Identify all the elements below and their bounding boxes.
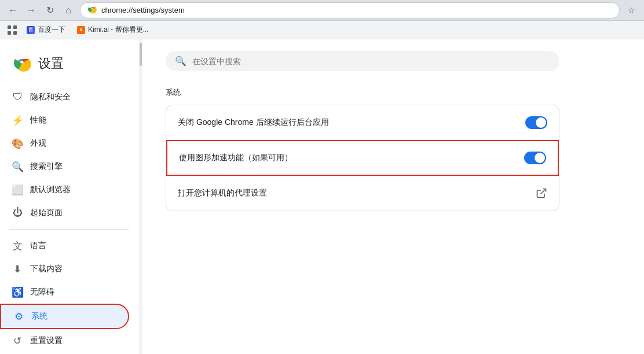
- svg-rect-5: [13, 31, 17, 35]
- sidebar-item-downloads[interactable]: ⬇ 下载内容: [0, 257, 129, 281]
- sidebar-item-accessibility[interactable]: ♿ 无障碍: [0, 281, 129, 304]
- sidebar-title: 设置: [38, 55, 64, 72]
- search-bar[interactable]: 🔍: [166, 51, 559, 71]
- home-button[interactable]: ⌂: [60, 2, 76, 19]
- sidebar-label-search: 搜索引擎: [30, 161, 63, 172]
- sidebar-item-startup[interactable]: ⏻ 起始页面: [0, 201, 129, 224]
- sidebar-divider: [9, 229, 129, 230]
- background-apps-toggle[interactable]: [525, 116, 547, 129]
- settings-content: 🔍 系统 关闭 Google Chrome 后继续运行后台应用 使用图形加速功能…: [142, 39, 644, 354]
- address-bar[interactable]: chrome://settings/system: [80, 2, 620, 19]
- external-link-icon[interactable]: [536, 187, 547, 199]
- gpu-acceleration-toggle[interactable]: [524, 152, 546, 164]
- sidebar-item-language[interactable]: 文 语言: [0, 234, 129, 257]
- address-bar-text: chrome://settings/system: [101, 6, 185, 14]
- svg-rect-3: [13, 25, 17, 29]
- sidebar-label-system: 系统: [31, 311, 47, 322]
- reload-button[interactable]: ↻: [42, 2, 58, 19]
- sidebar-item-appearance[interactable]: 🎨 外观: [0, 132, 129, 155]
- background-apps-text: 关闭 Google Chrome 后继续运行后台应用: [178, 117, 329, 128]
- sidebar-label-reset: 重置设置: [30, 335, 63, 346]
- startup-icon: ⏻: [12, 207, 23, 219]
- sidebar-item-performance[interactable]: ⚡ 性能: [0, 109, 129, 132]
- sidebar-label-accessibility: 无障碍: [30, 287, 54, 297]
- bookmark-baidu[interactable]: 百 百度一下: [22, 23, 70, 37]
- bookmark-button[interactable]: ☆: [623, 2, 639, 19]
- reset-icon: ↺: [12, 335, 23, 346]
- nav-buttons: ← → ↻ ⌂: [5, 2, 76, 19]
- sidebar-label-language: 语言: [30, 241, 46, 251]
- kimi-icon: K: [77, 26, 85, 34]
- sidebar-item-search[interactable]: 🔍 搜索引擎: [0, 155, 129, 178]
- system-icon: ⚙: [13, 311, 24, 322]
- downloads-icon: ⬇: [12, 263, 23, 275]
- sidebar-label-startup: 起始页面: [30, 208, 63, 218]
- main-layout: 设置 🛡 隐私和安全 ⚡ 性能 🎨 外观 🔍 搜索引擎 ⬜ 默认浏览器 ⏻ 起始…: [0, 39, 644, 354]
- search-nav-icon: 🔍: [12, 161, 23, 172]
- gpu-acceleration-text: 使用图形加速功能（如果可用）: [179, 153, 292, 163]
- sidebar: 设置 🛡 隐私和安全 ⚡ 性能 🎨 外观 🔍 搜索引擎 ⬜ 默认浏览器 ⏻ 起始…: [0, 39, 139, 354]
- settings-row-background-apps: 关闭 Google Chrome 后继续运行后台应用: [166, 105, 559, 140]
- sidebar-item-privacy[interactable]: 🛡 隐私和安全: [0, 86, 129, 109]
- forward-button[interactable]: →: [23, 2, 39, 19]
- sidebar-label-downloads: 下载内容: [30, 264, 63, 274]
- appearance-icon: 🎨: [12, 138, 23, 149]
- chrome-settings-icon: [12, 53, 32, 74]
- sidebar-item-browser[interactable]: ⬜ 默认浏览器: [0, 178, 129, 201]
- chrome-logo-icon: [87, 5, 97, 16]
- section-title: 系统: [166, 87, 621, 98]
- proxy-text: 打开您计算机的代理设置: [178, 188, 267, 198]
- browser-chrome: ← → ↻ ⌂ chrome://settings/system ☆: [0, 0, 644, 21]
- baidu-icon: 百: [27, 26, 35, 34]
- sidebar-label-browser: 默认浏览器: [30, 185, 71, 195]
- bookmark-kimi-label: Kimi.ai - 帮你看更...: [88, 25, 149, 35]
- settings-row-proxy: 打开您计算机的代理设置: [166, 176, 559, 211]
- svg-line-8: [540, 189, 546, 194]
- settings-card: 关闭 Google Chrome 后继续运行后台应用 使用图形加速功能（如果可用…: [166, 105, 559, 211]
- bookmark-kimi[interactable]: K Kimi.ai - 帮你看更...: [72, 23, 153, 37]
- browser-icon: ⬜: [12, 184, 23, 196]
- bookmarks-bar: 百 百度一下 K Kimi.ai - 帮你看更...: [0, 21, 644, 39]
- performance-icon: ⚡: [12, 115, 23, 126]
- sidebar-label-appearance: 外观: [30, 138, 46, 149]
- sidebar-label-privacy: 隐私和安全: [30, 92, 71, 102]
- sidebar-header: 设置: [0, 49, 138, 86]
- svg-rect-4: [8, 31, 11, 35]
- apps-button[interactable]: [5, 23, 20, 38]
- language-icon: 文: [12, 240, 23, 252]
- back-button[interactable]: ←: [5, 2, 21, 19]
- bookmark-baidu-label: 百度一下: [38, 25, 65, 35]
- search-input[interactable]: [192, 57, 550, 66]
- settings-row-gpu: 使用图形加速功能（如果可用）: [166, 140, 559, 176]
- sidebar-item-system[interactable]: ⚙ 系统: [0, 304, 129, 329]
- sidebar-label-performance: 性能: [30, 115, 46, 126]
- sidebar-item-reset[interactable]: ↺ 重置设置: [0, 329, 129, 352]
- svg-rect-2: [8, 25, 11, 29]
- search-icon: 🔍: [175, 56, 186, 67]
- shield-icon: 🛡: [12, 91, 23, 103]
- accessibility-icon: ♿: [12, 286, 23, 298]
